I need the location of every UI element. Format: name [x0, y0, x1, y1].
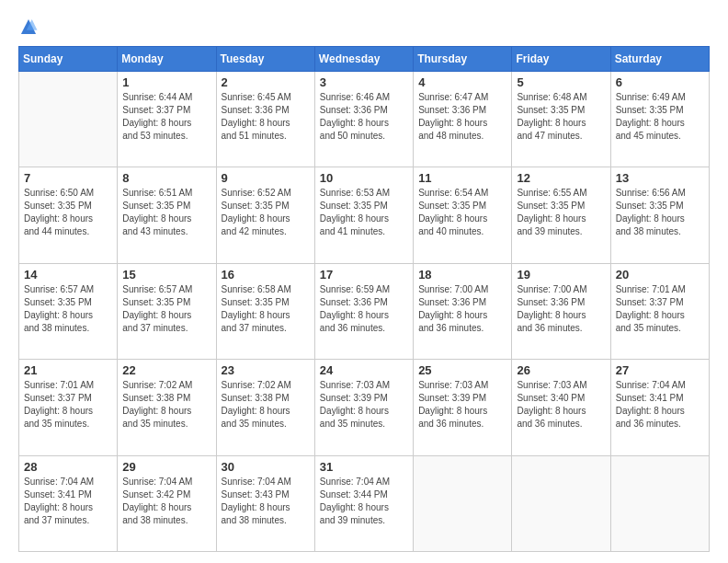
day-info: Sunrise: 6:55 AM Sunset: 3:35 PM Dayligh…	[517, 187, 605, 238]
day-number: 9	[222, 171, 310, 185]
weekday-header: Sunday	[19, 47, 118, 72]
calendar-cell: 3Sunrise: 6:46 AM Sunset: 3:36 PM Daylig…	[314, 72, 413, 167]
weekday-header: Saturday	[610, 47, 709, 72]
calendar-cell: 9Sunrise: 6:52 AM Sunset: 3:35 PM Daylig…	[216, 167, 314, 263]
day-number: 24	[320, 363, 408, 377]
day-number: 11	[418, 171, 506, 185]
calendar-cell	[512, 455, 610, 551]
day-info: Sunrise: 7:04 AM Sunset: 3:41 PM Dayligh…	[24, 476, 112, 527]
day-info: Sunrise: 6:45 AM Sunset: 3:36 PM Dayligh…	[222, 91, 310, 143]
day-number: 7	[24, 171, 112, 185]
day-info: Sunrise: 6:51 AM Sunset: 3:35 PM Dayligh…	[122, 187, 210, 238]
calendar-week-row: 1Sunrise: 6:44 AM Sunset: 3:37 PM Daylig…	[19, 72, 710, 167]
calendar-cell: 1Sunrise: 6:44 AM Sunset: 3:37 PM Daylig…	[118, 72, 216, 167]
calendar-cell: 25Sunrise: 7:03 AM Sunset: 3:39 PM Dayli…	[414, 360, 512, 455]
day-info: Sunrise: 7:04 AM Sunset: 3:44 PM Dayligh…	[320, 476, 408, 527]
weekday-header: Monday	[118, 47, 216, 72]
day-info: Sunrise: 6:54 AM Sunset: 3:35 PM Dayligh…	[418, 187, 506, 238]
weekday-header: Thursday	[414, 47, 512, 72]
day-number: 20	[616, 268, 704, 282]
day-number: 17	[320, 268, 408, 282]
day-number: 5	[517, 75, 605, 89]
day-info: Sunrise: 6:50 AM Sunset: 3:35 PM Dayligh…	[24, 187, 112, 238]
weekday-header: Friday	[512, 47, 610, 72]
logo-icon	[18, 17, 39, 37]
day-number: 18	[418, 268, 506, 282]
calendar-cell: 8Sunrise: 6:51 AM Sunset: 3:35 PM Daylig…	[118, 167, 216, 263]
day-number: 10	[320, 171, 408, 185]
day-number: 15	[122, 268, 210, 282]
calendar-cell: 17Sunrise: 6:59 AM Sunset: 3:36 PM Dayli…	[314, 263, 413, 359]
day-info: Sunrise: 7:02 AM Sunset: 3:38 PM Dayligh…	[222, 379, 310, 431]
day-number: 30	[222, 460, 310, 474]
day-number: 13	[616, 171, 704, 185]
day-info: Sunrise: 6:57 AM Sunset: 3:35 PM Dayligh…	[122, 283, 210, 335]
day-number: 12	[517, 171, 605, 185]
day-info: Sunrise: 7:03 AM Sunset: 3:39 PM Dayligh…	[418, 379, 506, 431]
day-info: Sunrise: 7:01 AM Sunset: 3:37 PM Dayligh…	[24, 379, 112, 431]
day-info: Sunrise: 6:57 AM Sunset: 3:35 PM Dayligh…	[24, 283, 112, 335]
day-number: 31	[320, 460, 408, 474]
day-number: 14	[24, 268, 112, 282]
day-number: 25	[418, 363, 506, 377]
calendar-cell: 23Sunrise: 7:02 AM Sunset: 3:38 PM Dayli…	[216, 360, 314, 455]
calendar-cell: 30Sunrise: 7:04 AM Sunset: 3:43 PM Dayli…	[216, 455, 314, 551]
day-number: 21	[24, 363, 112, 377]
day-number: 8	[122, 171, 210, 185]
calendar-cell: 5Sunrise: 6:48 AM Sunset: 3:35 PM Daylig…	[512, 72, 610, 167]
calendar-cell: 22Sunrise: 7:02 AM Sunset: 3:38 PM Dayli…	[118, 360, 216, 455]
calendar-week-row: 28Sunrise: 7:04 AM Sunset: 3:41 PM Dayli…	[19, 455, 710, 551]
calendar-cell: 27Sunrise: 7:04 AM Sunset: 3:41 PM Dayli…	[610, 360, 709, 455]
day-info: Sunrise: 6:53 AM Sunset: 3:35 PM Dayligh…	[320, 187, 408, 238]
calendar-cell: 28Sunrise: 7:04 AM Sunset: 3:41 PM Dayli…	[19, 455, 118, 551]
day-number: 1	[122, 75, 210, 89]
day-number: 23	[222, 363, 310, 377]
day-number: 2	[222, 75, 310, 89]
day-info: Sunrise: 7:00 AM Sunset: 3:36 PM Dayligh…	[517, 283, 605, 335]
header	[18, 17, 710, 37]
day-info: Sunrise: 7:04 AM Sunset: 3:43 PM Dayligh…	[222, 476, 310, 527]
day-number: 29	[122, 460, 210, 474]
calendar-cell: 31Sunrise: 7:04 AM Sunset: 3:44 PM Dayli…	[314, 455, 413, 551]
logo	[18, 17, 42, 37]
day-number: 3	[320, 75, 408, 89]
calendar-cell: 12Sunrise: 6:55 AM Sunset: 3:35 PM Dayli…	[512, 167, 610, 263]
calendar-cell: 21Sunrise: 7:01 AM Sunset: 3:37 PM Dayli…	[19, 360, 118, 455]
calendar-table: SundayMondayTuesdayWednesdayThursdayFrid…	[18, 46, 710, 552]
calendar-cell: 20Sunrise: 7:01 AM Sunset: 3:37 PM Dayli…	[610, 263, 709, 359]
weekday-header-row: SundayMondayTuesdayWednesdayThursdayFrid…	[19, 47, 710, 72]
calendar-cell: 26Sunrise: 7:03 AM Sunset: 3:40 PM Dayli…	[512, 360, 610, 455]
calendar-cell: 2Sunrise: 6:45 AM Sunset: 3:36 PM Daylig…	[216, 72, 314, 167]
day-info: Sunrise: 6:48 AM Sunset: 3:35 PM Dayligh…	[517, 91, 605, 143]
calendar-week-row: 7Sunrise: 6:50 AM Sunset: 3:35 PM Daylig…	[19, 167, 710, 263]
calendar-cell: 24Sunrise: 7:03 AM Sunset: 3:39 PM Dayli…	[314, 360, 413, 455]
page: SundayMondayTuesdayWednesdayThursdayFrid…	[0, 0, 728, 563]
day-info: Sunrise: 6:58 AM Sunset: 3:35 PM Dayligh…	[222, 283, 310, 335]
weekday-header: Wednesday	[314, 47, 413, 72]
day-info: Sunrise: 7:04 AM Sunset: 3:42 PM Dayligh…	[122, 476, 210, 527]
day-info: Sunrise: 6:46 AM Sunset: 3:36 PM Dayligh…	[320, 91, 408, 143]
calendar-cell: 18Sunrise: 7:00 AM Sunset: 3:36 PM Dayli…	[414, 263, 512, 359]
day-number: 26	[517, 363, 605, 377]
calendar-cell: 29Sunrise: 7:04 AM Sunset: 3:42 PM Dayli…	[118, 455, 216, 551]
day-info: Sunrise: 7:00 AM Sunset: 3:36 PM Dayligh…	[418, 283, 506, 335]
calendar-cell: 6Sunrise: 6:49 AM Sunset: 3:35 PM Daylig…	[610, 72, 709, 167]
day-info: Sunrise: 6:47 AM Sunset: 3:36 PM Dayligh…	[418, 91, 506, 143]
day-info: Sunrise: 7:02 AM Sunset: 3:38 PM Dayligh…	[122, 379, 210, 431]
day-number: 28	[24, 460, 112, 474]
day-info: Sunrise: 6:49 AM Sunset: 3:35 PM Dayligh…	[616, 91, 704, 143]
calendar-cell: 4Sunrise: 6:47 AM Sunset: 3:36 PM Daylig…	[414, 72, 512, 167]
weekday-header: Tuesday	[216, 47, 314, 72]
day-info: Sunrise: 7:03 AM Sunset: 3:40 PM Dayligh…	[517, 379, 605, 431]
day-number: 22	[122, 363, 210, 377]
day-number: 27	[616, 363, 704, 377]
calendar-week-row: 14Sunrise: 6:57 AM Sunset: 3:35 PM Dayli…	[19, 263, 710, 359]
day-info: Sunrise: 6:56 AM Sunset: 3:35 PM Dayligh…	[616, 187, 704, 238]
calendar-cell	[610, 455, 709, 551]
day-number: 19	[517, 268, 605, 282]
calendar-cell	[414, 455, 512, 551]
day-number: 16	[222, 268, 310, 282]
day-number: 4	[418, 75, 506, 89]
day-info: Sunrise: 6:52 AM Sunset: 3:35 PM Dayligh…	[222, 187, 310, 238]
calendar-week-row: 21Sunrise: 7:01 AM Sunset: 3:37 PM Dayli…	[19, 360, 710, 455]
